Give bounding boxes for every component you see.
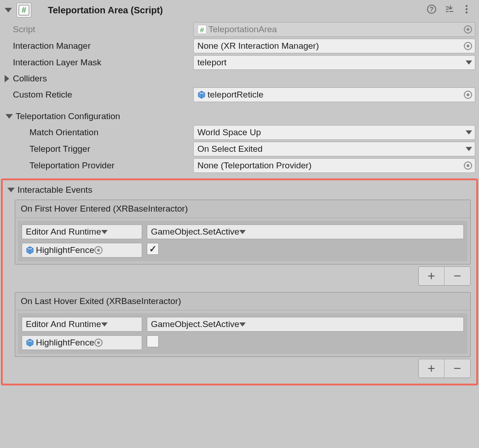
presets-icon[interactable] (444, 4, 454, 17)
object-picker-icon[interactable] (464, 42, 472, 50)
colliders-row[interactable]: Colliders (4, 71, 476, 86)
svg-point-3 (466, 8, 467, 10)
event-target-field[interactable]: HighlightFence (22, 243, 142, 258)
event-listener-row: Editor And Runtime GameObject.SetActive … (18, 313, 467, 354)
interaction-manager-row: Interaction Manager None (XR Interaction… (10, 38, 476, 54)
teleport-trigger-row: Teleport Trigger On Select Exited (27, 141, 476, 157)
script-row: Script # TeleportationArea (10, 21, 476, 38)
add-listener-button[interactable]: + (419, 359, 444, 378)
colliders-label: Colliders (13, 74, 47, 84)
event-title: On First Hover Entered (XRBaseInteractor… (15, 200, 470, 218)
teleport-provider-field[interactable]: None (Teleportation Provider) (193, 158, 475, 173)
function-dropdown[interactable]: GameObject.SetActive (147, 224, 464, 239)
help-icon[interactable]: ? (427, 4, 437, 17)
custom-reticle-label: Custom Reticle (10, 90, 193, 100)
interactable-events-highlight: Interactable Events On First Hover Enter… (1, 178, 478, 385)
teleport-config-header[interactable]: Teleportation Configuration (3, 103, 476, 124)
script-label: Script (10, 24, 193, 34)
custom-reticle-row: Custom Reticle teleportReticle (10, 86, 476, 103)
object-picker-icon[interactable] (464, 91, 472, 99)
component-enable-checkbox[interactable]: # (17, 3, 31, 17)
svg-text:?: ? (430, 6, 434, 13)
component-header[interactable]: # Teleportation Area (Script) ? (3, 0, 476, 21)
svg-point-4 (466, 11, 467, 13)
script-field: # TeleportationArea (193, 22, 475, 37)
object-picker-icon[interactable] (94, 339, 103, 347)
teleport-trigger-label: Teleport Trigger (27, 144, 193, 154)
match-orientation-value: World Space Up (197, 127, 261, 138)
events-section-header[interactable]: Interactable Events (5, 182, 471, 200)
bool-argument-checkbox[interactable] (147, 335, 159, 347)
event-list-buttons: + − (15, 359, 471, 378)
bool-argument-checkbox[interactable] (147, 243, 159, 255)
chevron-down-icon (466, 131, 472, 135)
teleport-provider-row: Teleportation Provider None (Teleportati… (27, 157, 476, 174)
call-state-dropdown[interactable]: Editor And Runtime (22, 317, 142, 332)
layer-mask-dropdown[interactable]: teleport (193, 55, 475, 70)
svg-point-2 (466, 5, 467, 6)
event-target-value: HighlightFence (36, 245, 94, 255)
function-value: GameObject.SetActive (151, 227, 239, 237)
header-icons: ? (427, 4, 474, 17)
function-value: GameObject.SetActive (151, 319, 239, 329)
layer-mask-value: teleport (197, 57, 226, 68)
interaction-manager-label: Interaction Manager (10, 41, 193, 51)
script-mini-icon: # (197, 25, 207, 34)
unity-event-block: On Last Hover Exited (XRBaseInteractor) … (15, 292, 471, 357)
interaction-manager-field[interactable]: None (XR Interaction Manager) (193, 39, 475, 53)
events-title: Interactable Events (17, 185, 92, 195)
script-value: TeleportationArea (208, 24, 277, 34)
inspector-component: # Teleportation Area (Script) ? Script #… (0, 0, 479, 388)
gameobject-cube-icon (26, 339, 34, 347)
object-picker-icon[interactable] (94, 246, 103, 254)
prefab-cube-icon (197, 91, 206, 99)
event-target-value: HighlightFence (36, 338, 94, 348)
section-foldout-icon[interactable] (7, 188, 15, 192)
teleport-trigger-dropdown[interactable]: On Select Exited (193, 142, 475, 156)
layer-mask-label: Interaction Layer Mask (10, 57, 193, 68)
call-state-value: Editor And Runtime (26, 319, 101, 329)
call-state-value: Editor And Runtime (26, 227, 101, 237)
event-listener-row: Editor And Runtime GameObject.SetActive … (18, 221, 467, 261)
match-orientation-row: Match Orientation World Space Up (27, 124, 476, 141)
add-listener-button[interactable]: + (419, 267, 444, 285)
chevron-down-icon (466, 61, 472, 65)
component-title: Teleportation Area (Script) (35, 5, 423, 16)
event-title: On Last Hover Exited (XRBaseInteractor) (15, 293, 470, 310)
chevron-down-icon (239, 230, 246, 234)
teleport-provider-value: None (Teleportation Provider) (197, 161, 312, 171)
unity-event-block: On First Hover Entered (XRBaseInteractor… (15, 200, 471, 264)
teleport-provider-label: Teleportation Provider (27, 161, 193, 171)
chevron-down-icon (101, 230, 108, 234)
remove-listener-button[interactable]: − (444, 359, 470, 378)
script-file-icon: # (18, 5, 29, 16)
remove-listener-button[interactable]: − (444, 267, 470, 285)
object-picker-icon[interactable] (464, 161, 472, 170)
event-list-buttons: + − (15, 266, 471, 286)
match-orientation-dropdown[interactable]: World Space Up (193, 125, 475, 140)
chevron-down-icon (239, 322, 246, 327)
colliders-foldout-icon[interactable] (5, 75, 9, 82)
call-state-dropdown[interactable]: Editor And Runtime (22, 224, 142, 239)
object-picker-icon (464, 25, 472, 34)
teleport-trigger-value: On Select Exited (197, 144, 263, 154)
custom-reticle-value: teleportReticle (208, 90, 263, 100)
layer-mask-row: Interaction Layer Mask teleport (10, 54, 476, 71)
context-menu-icon[interactable] (462, 4, 472, 17)
component-foldout-icon[interactable] (5, 8, 12, 12)
gameobject-cube-icon (26, 246, 34, 254)
event-target-field[interactable]: HighlightFence (22, 335, 142, 350)
function-dropdown[interactable]: GameObject.SetActive (147, 317, 464, 332)
custom-reticle-field[interactable]: teleportReticle (193, 87, 475, 102)
interaction-manager-value: None (XR Interaction Manager) (197, 41, 319, 51)
section-foldout-icon[interactable] (6, 114, 13, 119)
chevron-down-icon (466, 147, 472, 151)
match-orientation-label: Match Orientation (27, 127, 193, 138)
teleport-config-title: Teleportation Configuration (16, 111, 120, 121)
chevron-down-icon (101, 322, 108, 327)
